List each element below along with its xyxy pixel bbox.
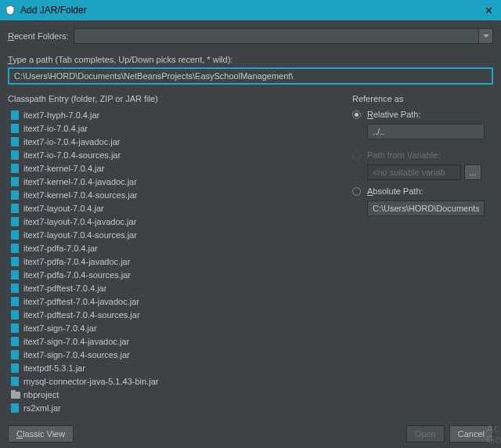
file-item[interactable]: itext7-layout-7.0.4.jar: [8, 201, 341, 215]
file-name: itextpdf-5.3.1.jar: [23, 363, 85, 373]
file-name: itext7-layout-7.0.4.jar: [23, 204, 104, 213]
file-name: itext7-kernel-7.0.4-javadoc.jar: [23, 177, 137, 186]
recent-folders-label: Recent Folders:: [8, 31, 69, 41]
file-name: itext7-layout-7.0.4-sources.jar: [23, 230, 137, 240]
jar-icon: [11, 150, 19, 160]
file-name: itext7-sign-7.0.4.jar: [23, 323, 97, 333]
classic-view-button[interactable]: Classic View: [8, 425, 74, 443]
open-button: Open: [406, 425, 445, 443]
absolute-path-radio[interactable]: [352, 187, 361, 196]
file-item[interactable]: itext7-pdftest-7.0.4-sources.jar: [8, 308, 341, 321]
chevron-down-icon: [483, 34, 489, 38]
file-item[interactable]: rs2xml.jar: [8, 401, 341, 414]
file-item[interactable]: itext7-pdftest-7.0.4.jar: [8, 281, 341, 294]
jar-icon: [11, 363, 19, 373]
recent-folders-dropdown-button[interactable]: [478, 29, 492, 43]
file-name: itext7-hyph-7.0.4.jar: [23, 110, 99, 120]
file-name: itext7-pdfa-7.0.4-javadoc.jar: [23, 257, 130, 266]
jar-icon: [11, 164, 19, 173]
file-item[interactable]: mysql-connector-java-5.1.43-bin.jar: [8, 374, 341, 388]
file-item[interactable]: itext7-kernel-7.0.4-javadoc.jar: [8, 175, 341, 188]
window-title: Add JAR/Folder: [20, 5, 481, 16]
file-item[interactable]: itext7-kernel-7.0.4.jar: [8, 161, 341, 175]
file-item[interactable]: itext7-layout-7.0.4-javadoc.jar: [8, 215, 341, 228]
jar-icon: [11, 297, 19, 306]
folder-icon: [11, 390, 19, 399]
jar-icon: [11, 217, 19, 226]
variable-path-radio: [352, 151, 361, 160]
file-item[interactable]: itext7-sign-7.0.4.jar: [8, 321, 341, 334]
file-name: itext7-pdftest-7.0.4-javadoc.jar: [23, 297, 139, 306]
variable-path-radio-row: Path from Variable:: [352, 150, 493, 160]
jar-icon: [11, 177, 19, 186]
file-name: itext7-pdfa-7.0.4.jar: [23, 244, 98, 253]
jar-icon: [11, 323, 19, 333]
file-item[interactable]: itext7-sign-7.0.4-sources.jar: [8, 348, 341, 361]
relative-path-radio-row[interactable]: Relative Path:: [352, 110, 493, 119]
file-item[interactable]: itext7-pdfa-7.0.4-sources.jar: [8, 268, 341, 281]
jar-icon: [11, 244, 19, 253]
file-item[interactable]: itextpdf-5.3.1.jar: [8, 361, 341, 374]
jar-icon: [11, 230, 19, 240]
jar-icon: [11, 137, 19, 146]
file-name: itext7-io-7.0.4-sources.jar: [23, 150, 121, 160]
absolute-path-radio-row[interactable]: Absolute Path:: [352, 186, 493, 196]
file-list[interactable]: itext7-hyph-7.0.4.jaritext7-io-7.0.4.jar…: [8, 108, 341, 414]
jar-icon: [11, 403, 19, 413]
footer: Classic View Open Cancel: [0, 420, 501, 448]
jar-icon: [11, 377, 19, 386]
shield-icon: [5, 5, 16, 16]
path-input[interactable]: [8, 67, 493, 85]
jar-icon: [11, 110, 19, 120]
file-item[interactable]: itext7-pdfa-7.0.4.jar: [8, 241, 341, 255]
file-item[interactable]: itext7-pdftest-7.0.4-javadoc.jar: [8, 294, 341, 308]
file-item[interactable]: itext7-io-7.0.4-sources.jar: [8, 148, 341, 161]
variable-browse-button[interactable]: ...: [464, 164, 481, 180]
file-name: itext7-sign-7.0.4-sources.jar: [23, 350, 130, 359]
file-item[interactable]: itext7-io-7.0.4-javadoc.jar: [8, 135, 341, 148]
file-item[interactable]: nbproject: [8, 388, 341, 401]
file-name: itext7-layout-7.0.4-javadoc.jar: [23, 217, 136, 226]
variable-path-input: [367, 164, 461, 180]
titlebar: Add JAR/Folder ✕: [0, 0, 501, 20]
relative-path-input[interactable]: [367, 124, 485, 139]
jar-icon: [11, 257, 19, 266]
file-name: nbproject: [23, 390, 59, 399]
jar-icon: [11, 204, 19, 213]
variable-path-label: Path from Variable:: [367, 150, 440, 160]
file-item[interactable]: itext7-io-7.0.4.jar: [8, 121, 341, 135]
jar-icon: [11, 284, 19, 293]
file-name: itext7-pdftest-7.0.4-sources.jar: [23, 310, 140, 320]
jar-icon: [11, 190, 19, 200]
jar-icon: [11, 124, 19, 133]
file-name: itext7-pdfa-7.0.4-sources.jar: [23, 270, 131, 280]
type-path-hint: Type a path (Tab completes, Up/Down pick…: [8, 55, 493, 64]
file-item[interactable]: itext7-hyph-7.0.4.jar: [8, 108, 341, 121]
file-item[interactable]: itext7-pdfa-7.0.4-javadoc.jar: [8, 255, 341, 268]
classpath-entry-label: Classpath Entry (folder, ZIP or JAR file…: [8, 94, 341, 103]
file-item[interactable]: itext7-layout-7.0.4-sources.jar: [8, 228, 341, 241]
close-icon[interactable]: ✕: [481, 5, 496, 16]
jar-icon: [11, 350, 19, 359]
file-name: mysql-connector-java-5.1.43-bin.jar: [23, 377, 158, 386]
absolute-path-label: Absolute Path:: [367, 186, 424, 196]
cancel-button[interactable]: Cancel: [449, 425, 493, 443]
recent-folders-combo[interactable]: [74, 28, 493, 44]
file-name: itext7-kernel-7.0.4-sources.jar: [23, 190, 138, 200]
jar-icon: [11, 310, 19, 320]
relative-path-label: Relative Path:: [367, 110, 421, 119]
jar-icon: [11, 270, 19, 280]
file-name: itext7-io-7.0.4.jar: [23, 124, 88, 133]
relative-path-radio[interactable]: [352, 110, 361, 119]
recent-folders-field[interactable]: [74, 29, 478, 43]
jar-icon: [11, 337, 19, 346]
file-item[interactable]: itext7-kernel-7.0.4-sources.jar: [8, 188, 341, 201]
file-name: itext7-sign-7.0.4-javadoc.jar: [23, 337, 129, 346]
file-name: itext7-pdftest-7.0.4.jar: [23, 284, 106, 293]
absolute-path-input[interactable]: [367, 201, 485, 216]
file-name: itext7-io-7.0.4-javadoc.jar: [23, 137, 121, 146]
file-name: rs2xml.jar: [23, 403, 61, 413]
reference-as-label: Reference as: [352, 94, 493, 103]
file-name: itext7-kernel-7.0.4.jar: [23, 164, 104, 173]
file-item[interactable]: itext7-sign-7.0.4-javadoc.jar: [8, 334, 341, 348]
